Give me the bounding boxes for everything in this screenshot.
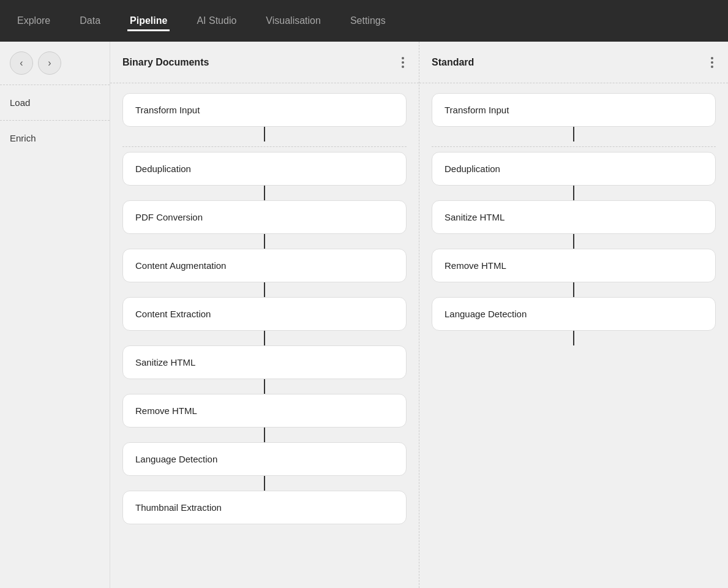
nav-pipeline[interactable]: Pipeline (127, 10, 170, 31)
connector-s2 (573, 186, 574, 200)
step-transform-input-2[interactable]: Transform Input (432, 93, 716, 127)
connector-5 (264, 331, 265, 345)
step-pdf-conversion[interactable]: PDF Conversion (122, 200, 407, 234)
step-transform-input-1[interactable]: Transform Input (122, 93, 407, 127)
connector-3 (264, 234, 265, 249)
step-sanitize-html-1[interactable]: Sanitize HTML (122, 345, 407, 379)
standard-title: Standard (432, 57, 474, 68)
dot2 (402, 61, 404, 64)
binary-documents-body: Transform Input Deduplication PDF Conver… (110, 83, 419, 588)
nav-data[interactable]: Data (77, 10, 103, 31)
nav-settings[interactable]: Settings (348, 10, 388, 31)
standard-menu-button[interactable] (708, 55, 716, 70)
step-language-detection-1[interactable]: Language Detection (122, 442, 407, 476)
step-content-augmentation[interactable]: Content Augmentation (122, 249, 407, 282)
content-area: Binary Documents Transform Input Dedupli… (110, 42, 728, 588)
standard-body: Transform Input Deduplication Sanitize H… (419, 83, 728, 588)
dot6 (711, 66, 713, 68)
nav-ai-studio[interactable]: AI Studio (194, 10, 239, 31)
step-language-detection-2[interactable]: Language Detection (432, 297, 716, 331)
connector-6 (264, 379, 265, 394)
connector-1 (264, 127, 265, 141)
step-remove-html-1[interactable]: Remove HTML (122, 394, 407, 428)
connector-2 (264, 186, 265, 200)
step-thumbnail-extraction[interactable]: Thumbnail Extraction (122, 491, 407, 524)
step-deduplication-2[interactable]: Deduplication (432, 152, 716, 186)
forward-arrow-button[interactable]: › (38, 51, 61, 75)
dot5 (711, 61, 713, 64)
sidebar-section-enrich[interactable]: Enrich (0, 121, 110, 156)
step-content-extraction[interactable]: Content Extraction (122, 297, 407, 331)
sidebar-arrows: ‹ › (0, 42, 110, 85)
step-deduplication-1[interactable]: Deduplication (122, 152, 407, 186)
section-divider-1 (122, 146, 407, 147)
main-layout: ‹ › Load Enrich Binary Documents Transf (0, 42, 728, 588)
binary-documents-column: Binary Documents Transform Input Dedupli… (110, 42, 419, 588)
nav-visualisation[interactable]: Visualisation (263, 10, 323, 31)
dot4 (711, 57, 713, 59)
binary-documents-header: Binary Documents (110, 42, 419, 83)
binary-documents-menu-button[interactable] (399, 55, 407, 70)
sidebar-load-label: Load (10, 97, 30, 108)
connector-7 (264, 428, 265, 442)
connector-8 (264, 476, 265, 491)
back-arrow-button[interactable]: ‹ (10, 51, 33, 75)
standard-header: Standard (419, 42, 728, 83)
step-sanitize-html-2[interactable]: Sanitize HTML (432, 200, 716, 234)
sidebar-section-load[interactable]: Load (0, 85, 110, 121)
connector-s4 (573, 282, 574, 297)
step-remove-html-2[interactable]: Remove HTML (432, 249, 716, 282)
dot3 (402, 66, 404, 68)
standard-column: Standard Transform Input Deduplication (419, 42, 728, 588)
connector-4 (264, 282, 265, 297)
connector-s5 (573, 331, 574, 345)
top-navigation: Explore Data Pipeline AI Studio Visualis… (0, 0, 728, 42)
binary-documents-title: Binary Documents (122, 57, 209, 68)
connector-s3 (573, 234, 574, 249)
nav-explore[interactable]: Explore (15, 10, 53, 31)
section-divider-2 (432, 146, 716, 147)
sidebar-enrich-label: Enrich (10, 133, 36, 143)
connector-s1 (573, 127, 574, 141)
dot1 (402, 57, 404, 59)
sidebar: ‹ › Load Enrich (0, 42, 110, 588)
